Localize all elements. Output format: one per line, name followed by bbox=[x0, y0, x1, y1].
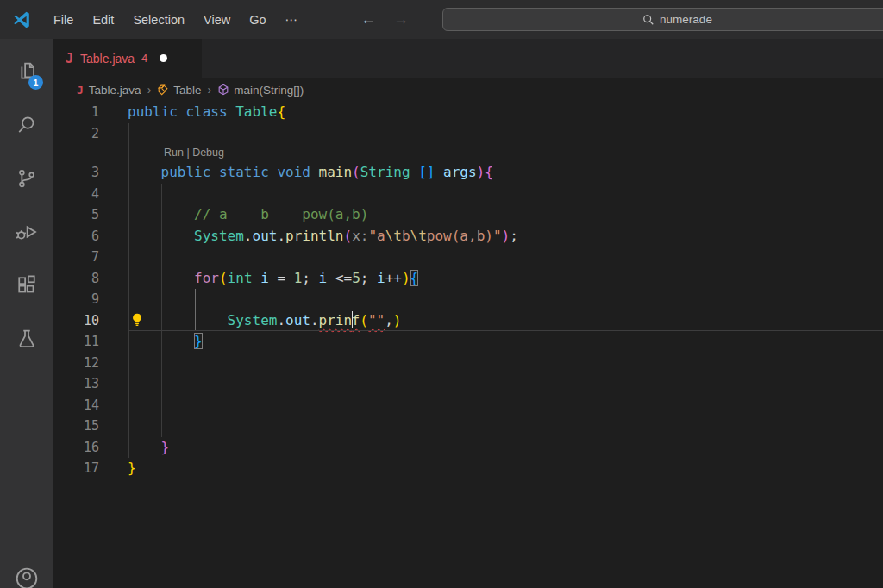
line-number[interactable]: 15 bbox=[53, 416, 99, 437]
code-line-12[interactable]: 12 bbox=[53, 353, 883, 374]
menu-item-view[interactable]: View bbox=[194, 8, 240, 32]
breadcrumb: J Table.java › Table › bbox=[53, 78, 883, 102]
line-number[interactable]: 9 bbox=[53, 289, 99, 310]
activity-bar: 1 bbox=[0, 39, 53, 588]
code-token: b bbox=[402, 228, 410, 244]
code-line-1[interactable]: 1public class Table{ bbox=[53, 102, 883, 123]
code-line-17[interactable]: 17} bbox=[53, 458, 883, 479]
line-number[interactable]: 14 bbox=[53, 395, 99, 416]
code-line-14[interactable]: 14 bbox=[53, 395, 883, 416]
code-token: } bbox=[161, 439, 170, 455]
code-line-13[interactable]: 13 bbox=[53, 373, 883, 395]
line-number[interactable]: 6 bbox=[53, 226, 99, 247]
run-debug-icon[interactable] bbox=[0, 210, 53, 253]
breadcrumb-file[interactable]: J Table.java bbox=[77, 84, 141, 97]
code-token: { bbox=[277, 103, 285, 120]
tab-error-count: 4 bbox=[141, 52, 147, 65]
code-token: ( bbox=[352, 164, 360, 180]
code-text: System.out.println(x:"a\tb\tpow(a,b)"); bbox=[128, 226, 518, 247]
code-line-6[interactable]: 6 System.out.println(x:"a\tb\tpow(a,b)")… bbox=[53, 226, 883, 247]
code-line-7[interactable]: 7 bbox=[53, 247, 883, 268]
line-number[interactable]: 12 bbox=[53, 353, 99, 374]
code-token: main bbox=[319, 164, 353, 180]
line-number[interactable]: 7 bbox=[53, 247, 99, 268]
line-number[interactable]: 4 bbox=[53, 184, 99, 205]
line-number[interactable]: 2 bbox=[53, 123, 99, 145]
line-number[interactable]: 5 bbox=[53, 204, 99, 226]
breadcrumb-method[interactable]: main(String[]) bbox=[217, 84, 304, 97]
explorer-badge: 1 bbox=[28, 75, 43, 90]
tab-modified-dot[interactable] bbox=[160, 54, 167, 62]
code-text: public static void main(String [] args){ bbox=[128, 162, 493, 184]
code-line-11[interactable]: 11 } bbox=[53, 331, 883, 353]
codelens-run-link[interactable]: Run bbox=[164, 147, 184, 159]
menu-item-edit[interactable]: Edit bbox=[83, 8, 123, 32]
menu-item-go[interactable]: Go bbox=[240, 8, 275, 32]
code-token: 1 bbox=[294, 270, 303, 286]
extensions-icon[interactable] bbox=[0, 264, 53, 307]
code-token: out bbox=[253, 228, 278, 244]
menu-item-file[interactable]: File bbox=[44, 8, 83, 32]
editor[interactable]: 1public class Table{2Run | Debug3 public… bbox=[53, 102, 883, 588]
line-number[interactable]: 10 bbox=[53, 310, 99, 332]
current-line-highlight bbox=[128, 310, 883, 331]
code-token: \t bbox=[410, 228, 427, 244]
code-token: System bbox=[194, 228, 244, 244]
chevron-right-icon: › bbox=[208, 83, 212, 97]
code-line-5[interactable]: 5 // a b pow(a,b) bbox=[53, 204, 883, 226]
code-token: Table bbox=[235, 103, 277, 120]
code-token: pow(a,b)" bbox=[427, 228, 502, 244]
code-token bbox=[128, 164, 161, 180]
code-lines: 1public class Table{2Run | Debug3 public… bbox=[53, 102, 883, 479]
line-number[interactable]: 16 bbox=[53, 437, 99, 459]
search-sidebar-icon[interactable] bbox=[0, 103, 53, 147]
testing-icon[interactable] bbox=[0, 317, 53, 360]
code-token: i bbox=[377, 270, 385, 286]
code-line-15[interactable]: 15 bbox=[53, 416, 883, 437]
line-number[interactable]: 17 bbox=[53, 458, 99, 479]
codelens-separator: | bbox=[184, 147, 192, 159]
code-line-8[interactable]: 8 for(int i = 1; i <=5; i++){ bbox=[53, 268, 883, 290]
code-token: ++ bbox=[385, 270, 402, 286]
java-file-icon: J bbox=[66, 51, 73, 66]
code-token: ) bbox=[502, 228, 510, 244]
line-number[interactable]: 8 bbox=[53, 268, 99, 290]
code-token: <= bbox=[327, 270, 352, 286]
explorer-icon[interactable]: 1 bbox=[0, 50, 53, 93]
line-number[interactable]: 1 bbox=[53, 102, 99, 123]
code-line-2[interactable]: 2 bbox=[53, 123, 883, 145]
search-icon bbox=[642, 14, 654, 26]
code-token: args bbox=[443, 164, 477, 180]
code-token: public static void bbox=[161, 164, 319, 180]
line-number[interactable]: 11 bbox=[53, 331, 99, 353]
code-token: ; bbox=[302, 270, 318, 286]
code-text: } bbox=[128, 331, 203, 353]
code-token: public class bbox=[128, 103, 235, 120]
java-file-icon: J bbox=[77, 84, 84, 97]
source-control-icon[interactable] bbox=[0, 157, 53, 200]
tab-table-java[interactable]: J Table.java 4 bbox=[53, 39, 202, 78]
search-command-center[interactable]: numerade bbox=[442, 8, 883, 31]
code-token: ; bbox=[360, 270, 377, 286]
nav-back-button[interactable]: ← bbox=[352, 9, 385, 30]
menu-item-more[interactable]: ⋯ bbox=[276, 8, 308, 32]
nav-forward-button[interactable]: → bbox=[385, 9, 417, 30]
account-icon[interactable] bbox=[0, 557, 53, 588]
code-token: ( bbox=[343, 228, 352, 244]
breadcrumb-class[interactable]: Table bbox=[157, 84, 201, 97]
menu-item-selection[interactable]: Selection bbox=[123, 8, 194, 32]
code-token: . bbox=[244, 228, 253, 244]
symbol-class-icon bbox=[157, 84, 169, 96]
chevron-right-icon: › bbox=[147, 83, 152, 97]
lightbulb-icon[interactable] bbox=[129, 312, 145, 328]
code-token: int bbox=[228, 270, 253, 286]
code-line-16[interactable]: 16 } bbox=[53, 437, 883, 459]
code-line-4[interactable]: 4 bbox=[53, 184, 883, 205]
vscode-window: FileEditSelectionViewGo⋯ ← → numerade 1 bbox=[0, 0, 883, 588]
codelens-debug-link[interactable]: Debug bbox=[192, 147, 224, 159]
code-token bbox=[128, 439, 161, 455]
code-line-3[interactable]: 3 public static void main(String [] args… bbox=[53, 162, 883, 184]
line-number[interactable]: 13 bbox=[53, 373, 99, 395]
line-number[interactable]: 3 bbox=[53, 162, 99, 184]
code-line-9[interactable]: 9 bbox=[53, 289, 883, 310]
